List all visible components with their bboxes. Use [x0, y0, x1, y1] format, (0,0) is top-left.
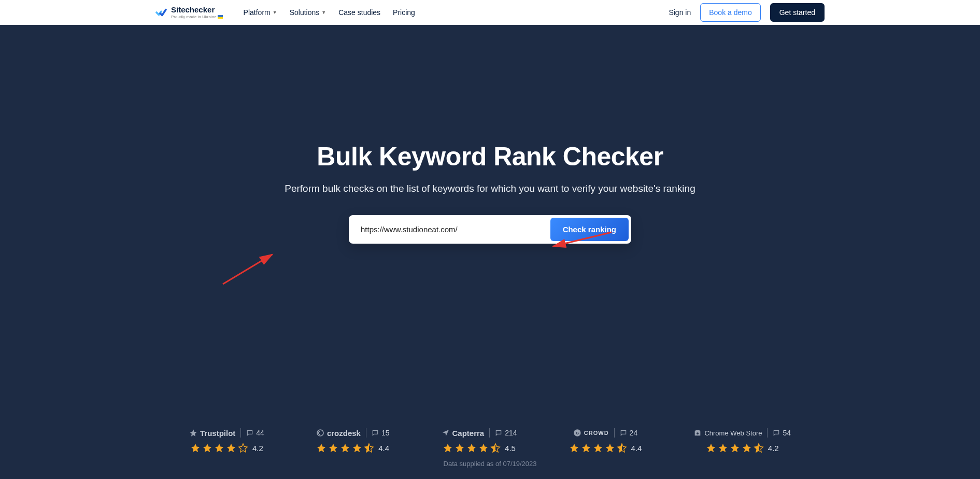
get-started-button[interactable]: Get started	[770, 3, 825, 22]
star-icon	[490, 443, 501, 453]
star-icon	[214, 443, 224, 453]
review-capterra[interactable]: Capterra 214 4.5	[442, 428, 517, 453]
review-count: 44	[246, 429, 264, 437]
g2crowd-logo: G CROWD	[573, 429, 609, 437]
nav-solutions[interactable]: Solutions▼	[290, 8, 326, 17]
comment-icon	[246, 429, 253, 436]
brand-tagline: Proudly made in Ukraine	[171, 15, 223, 19]
star-icon	[466, 443, 477, 453]
nav-platform[interactable]: Platform▼	[244, 8, 277, 17]
star-icon	[443, 443, 453, 453]
star-icon	[754, 443, 764, 453]
brand-name: Sitechecker	[171, 6, 223, 13]
url-input[interactable]	[351, 219, 550, 240]
svg-text:G: G	[576, 431, 579, 435]
star-icon	[340, 443, 350, 453]
review-trustpilot[interactable]: Trustpilot 44 4.2	[189, 428, 264, 453]
star-icon	[706, 443, 716, 453]
comment-icon	[372, 429, 379, 436]
chrome-store-icon	[693, 429, 702, 437]
g2-icon: G	[573, 429, 581, 437]
star-icon	[569, 443, 579, 453]
header-actions: Sign in Book a demo Get started	[669, 3, 825, 22]
comment-icon	[495, 429, 502, 436]
star-icon	[316, 443, 326, 453]
star-rating: 4.4	[316, 443, 389, 453]
logo-text: Sitechecker Proudly made in Ukraine	[171, 6, 223, 19]
star-rating: 4.2	[706, 443, 779, 453]
comment-icon	[773, 429, 780, 436]
logo[interactable]: Sitechecker Proudly made in Ukraine	[155, 6, 223, 19]
star-icon	[455, 443, 465, 453]
star-icon	[238, 443, 248, 453]
chrome-web-store-logo: Chrome Web Store	[693, 429, 762, 437]
chevron-down-icon: ▼	[273, 10, 277, 15]
hero-section: Bulk Keyword Rank Checker Perform bulk c…	[0, 25, 980, 479]
star-icon	[328, 443, 338, 453]
star-icon	[730, 443, 740, 453]
star-icon	[617, 443, 627, 453]
crozdesk-logo: crozdesk	[316, 429, 361, 438]
data-supplied-note: Data supplied as of 07/19/2023	[0, 460, 980, 468]
trustpilot-logo: Trustpilot	[189, 429, 235, 438]
star-icon	[190, 443, 201, 453]
signin-link[interactable]: Sign in	[669, 8, 691, 17]
svg-point-2	[317, 430, 323, 436]
review-chrome-web-store[interactable]: Chrome Web Store 54 4.2	[693, 428, 791, 453]
review-crozdesk[interactable]: crozdesk 15 4.4	[316, 428, 390, 453]
comment-icon	[620, 429, 627, 436]
review-count: 24	[620, 429, 638, 437]
ukraine-flag-icon	[218, 15, 223, 19]
review-count: 214	[495, 429, 517, 437]
review-g2crowd[interactable]: G CROWD 24 4.4	[569, 428, 642, 453]
url-check-form: Check ranking	[349, 215, 631, 244]
svg-point-8	[697, 432, 699, 434]
book-demo-button[interactable]: Book a demo	[700, 3, 761, 22]
page-subtitle: Perform bulk checks on the list of keywo…	[0, 183, 980, 194]
star-icon	[605, 443, 615, 453]
nav-case-studies[interactable]: Case studies	[338, 8, 380, 17]
page-title: Bulk Keyword Rank Checker	[0, 142, 980, 172]
star-icon	[742, 443, 752, 453]
check-ranking-button[interactable]: Check ranking	[550, 218, 629, 241]
sitechecker-logo-icon	[155, 8, 167, 17]
annotation-arrow-left	[220, 250, 277, 287]
star-icon	[364, 443, 374, 453]
review-count: 15	[372, 429, 390, 437]
trustpilot-star-icon	[189, 429, 197, 437]
review-count: 54	[773, 429, 791, 437]
reviews-row: Trustpilot 44 4.2 crozdesk 15	[0, 428, 980, 453]
chevron-down-icon: ▼	[321, 10, 326, 15]
star-rating: 4.4	[569, 443, 642, 453]
star-rating: 4.5	[443, 443, 516, 453]
crozdesk-icon	[316, 429, 324, 437]
svg-line-0	[223, 255, 272, 284]
star-icon	[581, 443, 591, 453]
star-icon	[718, 443, 728, 453]
star-rating: 4.2	[190, 443, 263, 453]
capterra-arrow-icon	[442, 429, 450, 437]
nav-pricing[interactable]: Pricing	[393, 8, 415, 17]
star-icon	[593, 443, 603, 453]
capterra-logo: Capterra	[442, 429, 485, 438]
star-icon	[352, 443, 362, 453]
star-icon	[202, 443, 212, 453]
star-icon	[478, 443, 489, 453]
main-header: Sitechecker Proudly made in Ukraine Plat…	[0, 0, 980, 25]
star-icon	[226, 443, 236, 453]
main-nav: Platform▼ Solutions▼ Case studies Pricin…	[244, 8, 415, 17]
